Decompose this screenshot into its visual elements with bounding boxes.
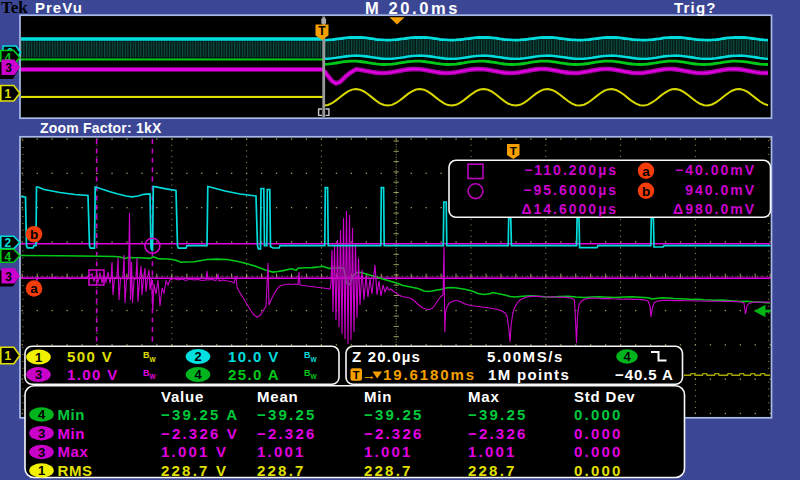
svg-text:Mean: Mean [257,388,299,405]
svg-text:1M points: 1M points [488,366,570,383]
svg-text:−39.25: −39.25 [364,406,424,423]
svg-text:4: 4 [4,250,11,264]
svg-text:−39.25: −39.25 [257,406,317,423]
svg-text:Δ980.0mV: Δ980.0mV [673,201,756,217]
svg-text:−2.326: −2.326 [364,425,424,442]
svg-text:228.7: 228.7 [257,462,306,479]
svg-text:1: 1 [38,463,45,478]
svg-text:10.0 V: 10.0 V [228,348,280,365]
svg-text:228.7 V: 228.7 V [161,462,228,479]
svg-text:−2.326: −2.326 [257,425,317,442]
svg-text:Min: Min [58,425,86,442]
svg-text:Min: Min [58,406,86,423]
svg-text:1.001 V: 1.001 V [161,443,228,460]
svg-text:b: b [642,184,650,199]
svg-text:1: 1 [35,350,42,365]
svg-text:1.001: 1.001 [257,443,306,460]
svg-text:W: W [150,356,157,363]
svg-text:19.6180ms: 19.6180ms [383,366,476,383]
svg-text:0.000: 0.000 [574,425,623,442]
svg-text:0.000: 0.000 [574,406,623,423]
svg-text:Max: Max [58,443,89,460]
svg-text:−110.200µs: −110.200µs [524,162,618,178]
svg-text:M 20.0ms: M 20.0ms [365,0,460,17]
svg-text:−39.25 A: −39.25 A [161,406,239,423]
svg-text:2: 2 [4,236,11,250]
svg-text:1.00 V: 1.00 V [67,366,119,383]
svg-text:Δ14.6000µs: Δ14.6000µs [521,201,618,217]
svg-text:−39.25: −39.25 [468,406,528,423]
svg-text:3: 3 [38,445,45,460]
svg-text:1.001: 1.001 [468,443,517,460]
svg-text:Trig?: Trig? [674,0,717,16]
svg-text:940.0mV: 940.0mV [685,182,756,198]
svg-text:W: W [311,356,318,363]
svg-text:W: W [150,373,157,380]
svg-text:3: 3 [5,61,12,75]
svg-text:1: 1 [4,349,11,363]
svg-text:T: T [353,369,360,381]
svg-text:a: a [642,164,650,179]
svg-text:a: a [30,281,38,296]
svg-text:25.0 A: 25.0 A [228,366,280,383]
svg-text:4: 4 [38,407,46,422]
svg-text:b: b [30,227,38,242]
svg-text:4: 4 [194,367,202,382]
svg-text:3: 3 [35,367,42,382]
svg-text:4: 4 [623,349,631,364]
svg-text:−40.5 A: −40.5 A [615,366,674,383]
svg-text:0.000: 0.000 [574,462,623,479]
svg-text:Z 20.0µs: Z 20.0µs [352,348,421,365]
svg-text:Zoom Factor: 1kX: Zoom Factor: 1kX [40,120,162,136]
svg-text:Max: Max [468,388,500,405]
svg-text:−40.00mV: −40.00mV [675,162,756,178]
svg-text:−95.6000µs: −95.6000µs [523,182,618,198]
svg-text:500 V: 500 V [67,348,113,365]
svg-text:T: T [318,24,326,38]
svg-text:228.7: 228.7 [468,462,517,479]
svg-text:PreVu: PreVu [35,0,83,16]
svg-text:Value: Value [161,388,204,405]
svg-text:1.001: 1.001 [364,443,413,460]
svg-text:0.000: 0.000 [574,443,623,460]
svg-text:Tek: Tek [1,0,28,17]
svg-text:W: W [311,373,318,380]
svg-text:Min: Min [364,388,392,405]
svg-text:RMS: RMS [58,462,93,479]
svg-text:3: 3 [38,426,45,441]
svg-text:−2.326: −2.326 [468,425,528,442]
svg-text:Std Dev: Std Dev [574,388,635,405]
svg-text:→: → [362,367,377,383]
svg-text:3: 3 [5,270,12,284]
svg-text:−2.326 V: −2.326 V [161,425,239,442]
svg-text:5.00MS/s: 5.00MS/s [487,348,564,365]
svg-text:228.7: 228.7 [364,462,413,479]
svg-text:T: T [510,145,517,157]
svg-text:1: 1 [4,87,11,101]
svg-text:2: 2 [194,349,201,364]
